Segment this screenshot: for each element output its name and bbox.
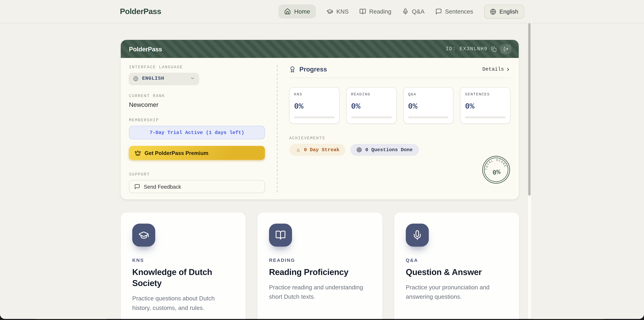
user-id-group: ID: EX3NLNH9 [446, 44, 511, 54]
send-feedback-button[interactable]: Send Feedback [129, 180, 265, 193]
interface-language-value: ENGLISH [142, 76, 164, 81]
copy-icon [491, 46, 496, 52]
nav-item-label: Sentences [445, 8, 473, 15]
panel-title: PolderPass [129, 46, 162, 53]
details-link[interactable]: Details [482, 67, 510, 72]
progress-bar [294, 116, 334, 118]
card-icon-badge [406, 224, 429, 247]
stat-value: 0% [351, 102, 392, 111]
feature-cards: KNS Knowledge of Dutch Society Practice … [121, 212, 519, 319]
house-icon [284, 8, 291, 15]
card-icon-badge [269, 224, 292, 247]
book-open-icon [275, 230, 286, 240]
card-category: READING [269, 258, 371, 263]
speech-bubble-icon [435, 8, 442, 15]
language-switch-label: English [500, 8, 518, 15]
questions-done-badge: 0 Questions Done [350, 144, 419, 156]
feature-card-reading[interactable]: READING Reading Proficiency Practice rea… [258, 212, 382, 319]
current-rank-value: Newcomer [129, 101, 265, 108]
progress-title: Progress [299, 66, 327, 73]
svg-text:TOTAL SCORE: TOTAL SCORE [484, 157, 507, 171]
progress-stats: KNS 0% READING 0% Q&A 0% [289, 87, 510, 124]
trial-status-banner: 7-Day Trial Active (1 days left) [129, 126, 265, 139]
panel-body: INTERFACE LANGUAGE ENGLISH CURRENT RANK … [121, 58, 519, 192]
top-navbar: PolderPass Home KNS Reading [0, 0, 644, 24]
globe-icon [133, 76, 138, 81]
card-title: Knowledge of Dutch Society [132, 266, 234, 288]
graduation-cap-icon [326, 8, 333, 15]
book-open-icon [359, 8, 366, 15]
stat-value: 0% [408, 102, 448, 111]
stat-card-kns: KNS 0% [289, 87, 340, 124]
day-streak-badge: 0 Day Streak [289, 144, 346, 156]
progress-bar [351, 116, 392, 118]
card-title: Reading Proficiency [269, 266, 371, 277]
total-score-value: 0% [492, 168, 501, 177]
graduation-cap-icon [138, 230, 149, 240]
stat-label: SENTENCES [465, 92, 506, 97]
nav-item-label: Home [294, 8, 310, 15]
app-logo: PolderPass [120, 7, 161, 16]
total-score-stamp: TOTAL SCORE 0% [480, 154, 512, 186]
stat-value: 0% [294, 102, 334, 111]
target-icon [357, 147, 362, 152]
award-icon [289, 66, 296, 73]
nav-item-label: KNS [336, 8, 349, 15]
progress-title-group: Progress [289, 66, 327, 73]
user-id-text: ID: EX3NLNH9 [446, 46, 488, 52]
panel-left-column: INTERFACE LANGUAGE ENGLISH CURRENT RANK … [129, 65, 278, 192]
chevron-down-icon [190, 75, 195, 82]
nav-item-reading[interactable]: Reading [359, 8, 391, 15]
screen: PolderPass Home KNS Reading [0, 0, 644, 320]
copy-id-button[interactable] [491, 46, 496, 52]
achievement-badges: 0 Day Streak 0 Questions Done [289, 144, 510, 156]
crown-icon [135, 150, 141, 156]
scrollbar-thumb[interactable] [528, 23, 530, 196]
day-streak-label: 0 Day Streak [304, 147, 340, 153]
panel-right-column: Progress Details KNS 0% [278, 65, 510, 192]
nav-menu: Home KNS Reading Q&A [279, 5, 473, 19]
get-premium-button[interactable]: Get PolderPass Premium [129, 146, 265, 160]
card-category: KNS [132, 258, 234, 263]
total-score-label: TOTAL SCORE [484, 157, 507, 171]
speech-bubble-icon [134, 184, 140, 189]
card-description: Practice your pronunciation and answerin… [406, 283, 508, 301]
flame-icon [295, 147, 300, 152]
progress-header: Progress Details [289, 66, 510, 73]
nav-item-home[interactable]: Home [279, 5, 316, 19]
details-label: Details [482, 67, 504, 72]
progress-bar [465, 116, 506, 118]
card-category: Q&A [406, 258, 508, 263]
panel-header: PolderPass ID: EX3NLNH9 [121, 40, 519, 58]
language-switch-button[interactable]: English [484, 5, 524, 19]
stat-label: Q&A [408, 92, 448, 97]
membership-label: MEMBERSHIP [129, 118, 265, 122]
nav-item-kns[interactable]: KNS [326, 8, 349, 15]
logout-button[interactable] [500, 44, 511, 54]
chevron-right-icon [506, 67, 510, 72]
feature-card-kns[interactable]: KNS Knowledge of Dutch Society Practice … [121, 212, 246, 319]
microphone-icon [412, 230, 422, 240]
microphone-icon [402, 8, 409, 15]
stat-card-reading: READING 0% [346, 87, 397, 124]
nav-item-sentences[interactable]: Sentences [435, 8, 473, 15]
nav-item-label: Reading [369, 8, 392, 15]
profile-panel: PolderPass ID: EX3NLNH9 INTERFACE LANGUA… [121, 40, 519, 199]
card-description: Practice reading and understanding short… [269, 283, 371, 301]
globe-icon [490, 9, 496, 15]
card-title: Question & Answer [406, 266, 508, 277]
current-rank-label: CURRENT RANK [129, 94, 265, 98]
log-out-icon [503, 47, 508, 51]
interface-language-select[interactable]: ENGLISH [129, 73, 199, 84]
navbar-inner: PolderPass Home KNS Reading [120, 5, 524, 19]
interface-language-label: INTERFACE LANGUAGE [129, 65, 265, 69]
nav-item-qa[interactable]: Q&A [402, 8, 424, 15]
progress-divider [289, 78, 510, 78]
feature-card-qa[interactable]: Q&A Question & Answer Practice your pron… [394, 212, 519, 319]
card-icon-badge [132, 224, 155, 247]
achievements-label: ACHIEVEMENTS [289, 136, 510, 141]
support-label: SUPPORT [129, 172, 265, 177]
get-premium-label: Get PolderPass Premium [144, 150, 208, 156]
stat-card-qa: Q&A 0% [403, 87, 454, 124]
card-description: Practice questions about Dutch history, … [132, 294, 234, 312]
